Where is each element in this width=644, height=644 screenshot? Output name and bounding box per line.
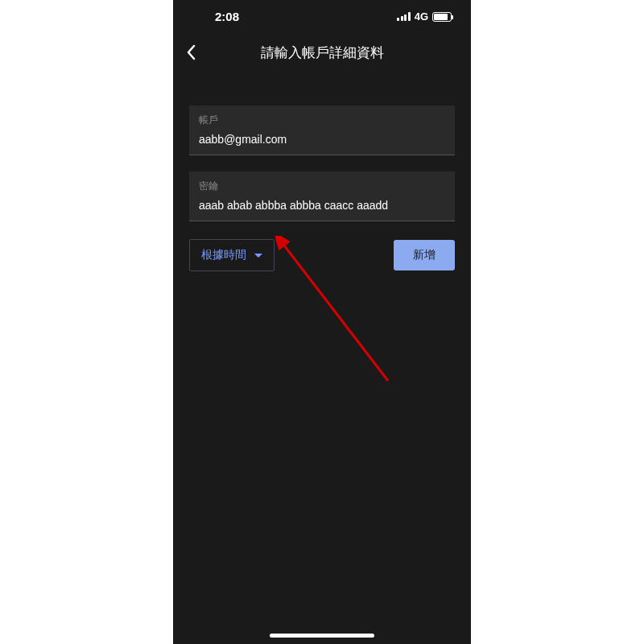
submit-button[interactable]: 新增 xyxy=(394,240,455,270)
phone-screen: 2:08 4G 請輸入帳戶詳細資料 帳戶 密鑰 根據時間 xyxy=(173,0,471,644)
secret-field[interactable]: 密鑰 xyxy=(189,171,455,221)
form-content: 帳戶 密鑰 根據時間 新增 xyxy=(173,80,471,271)
chevron-left-icon xyxy=(186,44,196,60)
dropdown-label: 根據時間 xyxy=(201,248,246,262)
network-label: 4G xyxy=(415,10,428,23)
home-indicator[interactable] xyxy=(270,634,374,638)
back-button[interactable] xyxy=(186,44,208,60)
signal-icon xyxy=(397,12,411,21)
status-bar: 2:08 4G xyxy=(173,0,471,30)
battery-icon xyxy=(432,12,452,22)
account-input[interactable] xyxy=(199,133,445,146)
status-right: 4G xyxy=(397,10,452,23)
account-label: 帳戶 xyxy=(199,114,445,127)
status-time: 2:08 xyxy=(192,10,239,23)
secret-input[interactable] xyxy=(199,199,445,212)
secret-label: 密鑰 xyxy=(199,180,445,193)
actions-row: 根據時間 新增 xyxy=(189,239,455,271)
chevron-down-icon xyxy=(254,254,262,258)
page-title: 請輸入帳戶詳細資料 xyxy=(173,43,471,62)
account-field[interactable]: 帳戶 xyxy=(189,105,455,155)
time-basis-dropdown[interactable]: 根據時間 xyxy=(189,239,275,271)
nav-bar: 請輸入帳戶詳細資料 xyxy=(173,30,471,80)
